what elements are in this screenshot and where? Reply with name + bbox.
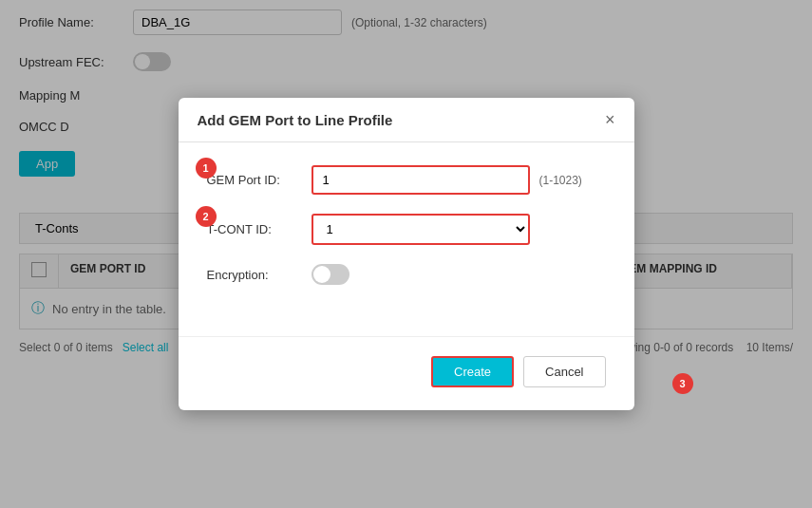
t-cont-id-label: T-CONT ID: bbox=[207, 222, 312, 236]
t-cont-id-row: T-CONT ID: 1 bbox=[207, 214, 606, 245]
modal-footer: 3 Create Cancel bbox=[179, 356, 634, 410]
gem-port-id-row-wrapper: 1 GEM Port ID: (1-1023) bbox=[207, 165, 606, 195]
gem-port-id-input[interactable] bbox=[312, 165, 530, 195]
gem-port-id-hint: (1-1023) bbox=[539, 174, 582, 187]
step-3-badge: 3 bbox=[672, 373, 693, 394]
step-2-badge: 2 bbox=[196, 206, 217, 227]
modal-close-button[interactable]: × bbox=[605, 111, 615, 128]
step-1-badge: 1 bbox=[196, 158, 217, 179]
cancel-button[interactable]: Cancel bbox=[523, 356, 605, 387]
encryption-toggle[interactable] bbox=[312, 264, 349, 285]
create-button[interactable]: Create bbox=[431, 356, 514, 387]
modal-body: 1 GEM Port ID: (1-1023) 2 T-CONT ID: 1 bbox=[179, 142, 634, 327]
modal-title: Add GEM Port to Line Profile bbox=[198, 112, 393, 128]
modal-overlay: Add GEM Port to Line Profile × 1 GEM Por… bbox=[0, 0, 812, 508]
modal-divider bbox=[179, 336, 634, 337]
modal-header: Add GEM Port to Line Profile × bbox=[179, 98, 634, 142]
gem-port-id-row: GEM Port ID: (1-1023) bbox=[207, 165, 606, 195]
t-cont-id-row-wrapper: 2 T-CONT ID: 1 bbox=[207, 214, 606, 245]
modal: Add GEM Port to Line Profile × 1 GEM Por… bbox=[179, 98, 634, 410]
encryption-row: Encryption: bbox=[207, 264, 606, 285]
encryption-label: Encryption: bbox=[207, 268, 312, 282]
gem-port-id-label: GEM Port ID: bbox=[207, 173, 312, 187]
t-cont-id-select[interactable]: 1 bbox=[312, 214, 530, 245]
